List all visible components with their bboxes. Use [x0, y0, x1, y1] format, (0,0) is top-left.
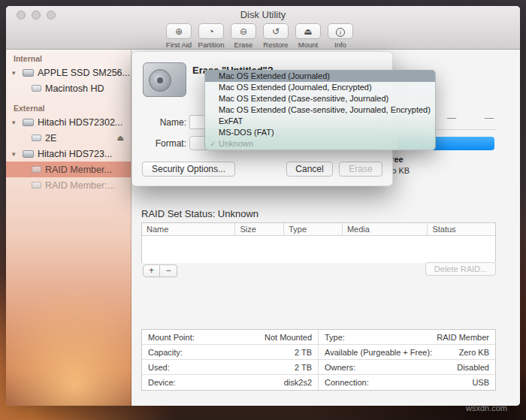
column-header-type: Type [284, 223, 343, 235]
info-value: disk2s2 [284, 378, 312, 387]
format-option-case-sensitive[interactable]: Mac OS Extended (Case-sensitive, Journal… [205, 93, 435, 104]
sidebar: Internal ▾ APPLE SSD SM256... Macintosh … [6, 50, 132, 406]
erase-confirm-button[interactable]: Erase [339, 162, 382, 177]
security-options-button[interactable]: Security Options... [142, 162, 235, 177]
info-label: Owners: [325, 363, 355, 372]
add-remove-control: + − [143, 264, 177, 277]
volume-icon [32, 134, 41, 141]
info-glyph: i [336, 28, 345, 37]
format-option-unknown[interactable]: ✓Unknown [205, 138, 435, 150]
erase-glyph: ⊖ [240, 26, 247, 37]
eject-icon[interactable]: ⏏ [117, 134, 124, 142]
drive-icon [23, 69, 34, 77]
cancel-button[interactable]: Cancel [286, 162, 333, 177]
info-icon: i [328, 23, 353, 39]
sidebar-item-raid-member-2[interactable]: RAID Member:... [6, 177, 131, 193]
mount-glyph: ⏏ [304, 26, 312, 37]
sidebar-item-raid-member-1[interactable]: RAID Member... [6, 162, 131, 177]
info-label: Device: [148, 378, 176, 387]
toolbar-label: First Aid [165, 41, 192, 49]
volume-icon [32, 85, 41, 92]
name-label: Name: [138, 117, 186, 128]
info-value: 2 TB [295, 348, 312, 357]
toolbar-label: Info [327, 41, 354, 49]
watermark: wsxdn.com [466, 403, 507, 412]
column-header-status: Status [428, 223, 495, 235]
toolbar-button-mount[interactable]: ⏏ Mount [295, 23, 322, 49]
sidebar-item-label: APPLE SSD SM256... [38, 68, 130, 78]
info-value: 2 TB [295, 363, 312, 372]
delete-raid-button[interactable]: Delete RAID... [425, 262, 496, 276]
info-row: Used: 2 TB Owners: Disabled [142, 360, 495, 375]
format-menu: Mac OS Extended (Journaled) Mac OS Exten… [204, 70, 436, 150]
table-header-row: Name Size Type Media Status [142, 223, 495, 236]
disclosure-triangle-icon[interactable]: ▾ [12, 150, 23, 158]
titlebar: Disk Utility ⊕ First Aid ◔ Partition ⊖ E… [6, 6, 520, 50]
volume-icon [32, 166, 41, 173]
info-label: Capacity: [148, 348, 183, 357]
toolbar-button-restore[interactable]: ↺ Restore [262, 23, 289, 49]
sidebar-item-label: Hitachi HDS723... [38, 149, 112, 159]
disclosure-triangle-icon[interactable]: ▾ [12, 119, 23, 126]
erase-icon: ⊖ [231, 23, 256, 39]
remove-member-button[interactable]: − [160, 264, 177, 277]
disclosure-triangle-icon[interactable]: ▾ [12, 69, 23, 77]
drive-icon [23, 150, 34, 158]
sidebar-item-hitachi-1[interactable]: ▾ Hitachi HDS72302... [6, 114, 131, 130]
sidebar-item-label: Macintosh HD [45, 83, 104, 94]
toolbar-label: Mount [295, 41, 322, 49]
first-aid-glyph: ⊕ [175, 26, 183, 37]
info-label: Available (Purgeable + Free): [325, 348, 432, 357]
toolbar-label: Restore [262, 41, 289, 49]
drive-icon [23, 119, 34, 126]
check-icon: ✓ [210, 138, 219, 150]
info-value: RAID Member [437, 333, 489, 342]
format-option-exfat[interactable]: ExFAT [205, 116, 435, 127]
sidebar-item-label: RAID Member... [45, 165, 112, 175]
toolbar-button-erase[interactable]: ⊖ Erase [230, 23, 257, 49]
sidebar-item-hitachi-2[interactable]: ▾ Hitachi HDS723... [6, 146, 131, 162]
add-member-button[interactable]: + [143, 264, 160, 277]
sidebar-item-label: Hitachi HDS72302... [38, 117, 122, 128]
sidebar-item-apple-ssd[interactable]: ▾ APPLE SSD SM256... [6, 65, 131, 80]
raid-members-table: Name Size Type Media Status [141, 222, 496, 263]
sidebar-item-2e[interactable]: 2E ⏏ [6, 130, 131, 146]
info-label: Used: [148, 363, 170, 372]
column-header-name: Name [142, 223, 235, 235]
format-option-msdos-fat[interactable]: MS-DOS (FAT) [205, 127, 435, 138]
column-header-size: Size [235, 223, 284, 235]
info-row: Mount Point: Not Mounted Type: RAID Memb… [142, 330, 495, 345]
restore-glyph: ↺ [272, 26, 280, 37]
info-value: USB [472, 378, 489, 387]
format-label: Format: [138, 138, 186, 149]
raid-set-status: RAID Set Status: Unknown [141, 208, 258, 219]
toolbar: ⊕ First Aid ◔ Partition ⊖ Erase ↺ Restor… [165, 23, 354, 49]
sidebar-item-macintosh-hd[interactable]: Macintosh HD [6, 80, 131, 96]
toolbar-button-first-aid[interactable]: ⊕ First Aid [165, 23, 192, 49]
restore-icon: ↺ [263, 23, 289, 39]
sidebar-section-external: External [6, 96, 131, 114]
format-option-journaled[interactable]: Mac OS Extended (Journaled) [205, 71, 435, 82]
format-option-label: Unknown [219, 139, 253, 148]
partition-icon: ◔ [198, 23, 224, 39]
sidebar-item-label: 2E [45, 133, 56, 144]
toolbar-button-info[interactable]: i Info [327, 23, 354, 49]
format-option-case-sensitive-encrypted[interactable]: Mac OS Extended (Case-sensitive, Journal… [205, 104, 435, 116]
sidebar-item-label: RAID Member:... [45, 180, 115, 191]
info-label: Type: [325, 333, 345, 342]
disk-utility-window: Disk Utility ⊕ First Aid ◔ Partition ⊖ E… [6, 6, 520, 406]
info-label: Connection: [325, 378, 369, 387]
stat-dash: — [485, 113, 494, 123]
column-header-media: Media [343, 223, 428, 235]
format-option-journaled-encrypted[interactable]: Mac OS Extended (Journaled, Encrypted) [205, 82, 435, 93]
stat-dash: — [447, 113, 456, 123]
info-value: Zero KB [459, 348, 489, 357]
info-value: Disabled [457, 363, 489, 372]
sidebar-section-internal: Internal [6, 50, 131, 65]
info-label: Mount Point: [148, 333, 195, 342]
partition-glyph: ◔ [208, 26, 213, 37]
first-aid-icon: ⊕ [166, 23, 192, 39]
toolbar-button-partition[interactable]: ◔ Partition [198, 23, 225, 49]
window-title: Disk Utility [6, 9, 520, 20]
disk-info-table: Mount Point: Not Mounted Type: RAID Memb… [141, 329, 496, 391]
